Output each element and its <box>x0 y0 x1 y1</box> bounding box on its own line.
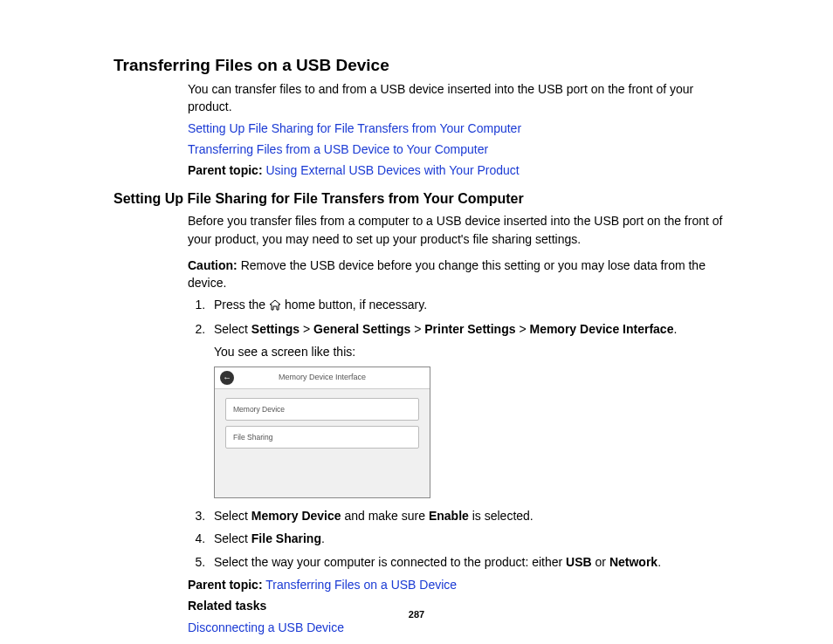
period1: . <box>673 322 677 336</box>
step3-b: and make sure <box>341 509 429 523</box>
step5-or: or <box>592 555 609 569</box>
link-transferring-files[interactable]: Transferring Files from a USB Device to … <box>188 142 488 156</box>
step1-text-b: home button, if necessary. <box>281 298 427 312</box>
gt3: > <box>516 322 530 336</box>
screenshot-row-memory-device: Memory Device <box>225 398 419 421</box>
step5-network: Network <box>609 555 657 569</box>
step3-c: is selected. <box>469 509 534 523</box>
parent-topic-line: Parent topic: Using External USB Devices… <box>188 161 728 179</box>
step3-a: Select <box>214 509 251 523</box>
step2-settings: Settings <box>251 322 299 336</box>
caution-line: Caution: Remove the USB device before yo… <box>188 257 728 292</box>
step5-a: Select the way your computer is connecte… <box>214 555 566 569</box>
back-icon: ← <box>220 371 234 385</box>
step4-a: Select <box>214 531 251 545</box>
step3-memory-device: Memory Device <box>251 509 341 523</box>
steps-list: Press the home button, if necessary. Sel… <box>188 296 728 571</box>
step1-text-a: Press the <box>214 298 269 312</box>
before-text: Before you transfer files from a compute… <box>188 212 728 248</box>
screenshot-header: ← Memory Device Interface <box>215 367 430 389</box>
page-container: Transferring Files on a USB Device You c… <box>0 0 833 644</box>
parent-topic-link-bottom[interactable]: Transferring Files on a USB Device <box>265 578 457 592</box>
device-screenshot: ← Memory Device Interface Memory Device … <box>214 367 430 499</box>
caution-label: Caution: <box>188 258 238 272</box>
period3: . <box>657 555 661 569</box>
step4-file-sharing: File Sharing <box>251 531 321 545</box>
page-number: 287 <box>0 609 833 620</box>
gt2: > <box>410 322 424 336</box>
section-body: You can transfer files to and from a USB… <box>188 80 728 179</box>
step2-see-screen: You see a screen like this: <box>214 343 728 360</box>
gt1: > <box>299 322 313 336</box>
step2-select: Select <box>214 322 251 336</box>
intro-text: You can transfer files to and from a USB… <box>188 80 728 116</box>
caution-text: Remove the USB device before you change … <box>188 258 706 290</box>
step-3: Select Memory Device and make sure Enabl… <box>209 507 728 524</box>
step2-memory: Memory Device Interface <box>529 322 673 336</box>
heading-2: Setting Up File Sharing for File Transfe… <box>114 191 728 207</box>
step-2: Select Settings > General Settings > Pri… <box>209 320 728 498</box>
parent-topic-link-top[interactable]: Using External USB Devices with Your Pro… <box>265 163 519 177</box>
step-1: Press the home button, if necessary. <box>209 296 728 315</box>
step2-general: General Settings <box>313 322 410 336</box>
link-setup-file-sharing[interactable]: Setting Up File Sharing for File Transfe… <box>188 121 521 135</box>
step2-printer: Printer Settings <box>424 322 515 336</box>
home-icon <box>269 298 281 315</box>
screenshot-row-file-sharing: File Sharing <box>225 426 419 449</box>
related-task-link[interactable]: Disconnecting a USB Device <box>188 620 344 634</box>
parent-topic-line-bottom: Parent topic: Transferring Files on a US… <box>188 576 728 593</box>
screenshot-title: Memory Device Interface <box>234 372 424 383</box>
period2: . <box>321 531 325 545</box>
heading-1: Transferring Files on a USB Device <box>114 56 728 75</box>
screenshot-body: Memory Device File Sharing <box>215 389 430 498</box>
parent-topic-label-bottom: Parent topic: <box>188 578 263 592</box>
step5-usb: USB <box>566 555 592 569</box>
subsection-body: Before you transfer files from a compute… <box>188 212 728 635</box>
step-4: Select File Sharing. <box>209 530 728 547</box>
parent-topic-label: Parent topic: <box>188 163 263 177</box>
step3-enable: Enable <box>429 509 469 523</box>
step-5: Select the way your computer is connecte… <box>209 553 728 571</box>
